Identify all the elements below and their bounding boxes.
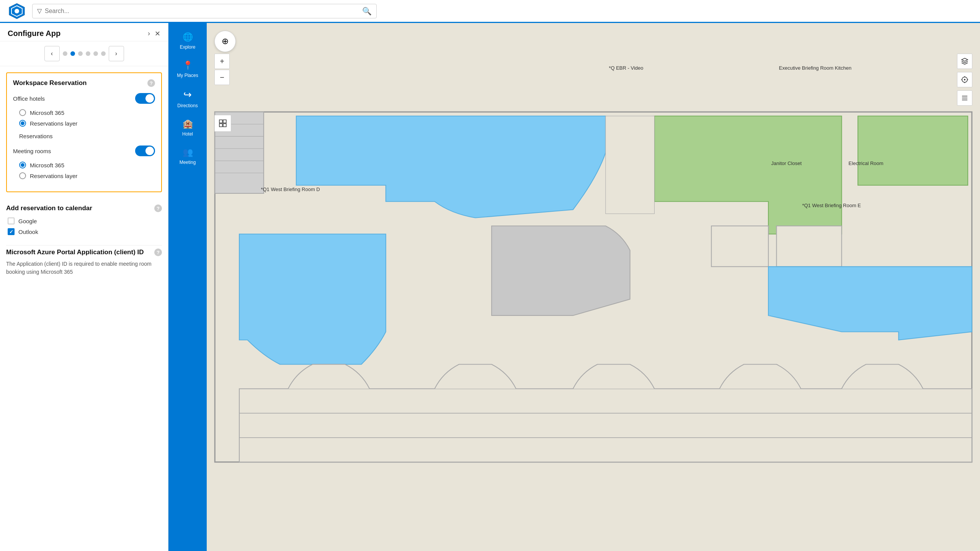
zoom-out-button[interactable]: − [214,70,230,85]
office-hotels-radio-m365[interactable]: Microsoft 365 [19,109,155,116]
workspace-reservation-section: Workspace Reservation ? Office hotels Mi… [6,72,162,192]
main-layout: Configure App › ✕ ‹ › Workspace Reservat… [0,23,980,551]
meeting-rooms-reservations-circle [19,172,26,179]
zoom-in-button[interactable]: + [214,54,230,69]
map-area: ⊕ + − [207,23,980,551]
meeting-rooms-radio-group: Microsoft 365 Reservations layer [19,162,155,179]
compass[interactable]: ⊕ [214,31,236,52]
pagination: ‹ › [0,41,168,66]
page-dot-3[interactable] [78,51,83,56]
sidebar-item-directions[interactable]: ↪ Directions [168,83,207,114]
page-dot-6[interactable] [101,51,106,56]
configure-panel: Configure App › ✕ ‹ › Workspace Reservat… [0,23,168,551]
configure-header-icons: › ✕ [148,29,160,38]
app-logo [8,2,26,20]
office-hotels-radio-reservations[interactable]: Reservations layer [19,120,155,127]
next-page-button[interactable]: › [109,46,124,61]
layers-button[interactable] [957,54,972,69]
page-dot-2[interactable] [70,51,75,56]
directions-icon: ↪ [183,89,192,101]
workspace-title-text: Workspace Reservation [13,79,87,87]
svg-rect-14 [239,389,972,462]
office-hotels-m365-label: Microsoft 365 [30,110,64,116]
add-reservation-title: Add reservation to calendar [6,204,92,212]
add-reservation-header: Add reservation to calendar ? [6,204,162,212]
add-reservation-section: Add reservation to calendar ? Google Out… [6,198,162,239]
office-hotels-reservations-label: Reservations layer [30,120,77,127]
hotel-icon: 🏨 [183,119,193,129]
svg-rect-12 [711,226,768,267]
floor-plan-svg [207,23,980,551]
svg-rect-19 [219,124,222,127]
directions-label: Directions [177,103,198,108]
page-dots [63,51,106,56]
left-nav: 🌐 Explore 📍 My Places ↪ Directions 🏨 Hot… [168,23,207,551]
meeting-rooms-m365-label: Microsoft 365 [30,162,64,168]
office-hotels-toggle-row: Office hotels [13,93,155,104]
outlook-checkbox-row[interactable]: Outlook [8,228,162,235]
sidebar-item-my-places[interactable]: 📍 My Places [168,55,207,83]
azure-description: The Application (client) ID is required … [6,260,162,276]
meeting-rooms-toggle[interactable] [135,146,155,156]
office-hotels-m365-circle [19,109,26,116]
azure-section: Microsoft Azure Portal Application (clie… [6,245,162,276]
top-bar: ▽ 🔍 [0,0,980,23]
azure-help-icon[interactable]: ? [154,249,162,256]
my-places-icon: 📍 [183,60,193,70]
search-filter-icon: ▽ [37,7,42,15]
explore-icon: 🌐 [183,32,193,42]
page-dot-1[interactable] [63,51,67,56]
svg-rect-13 [776,226,841,267]
google-label: Google [18,218,37,224]
add-reservation-help-icon[interactable]: ? [154,204,162,212]
sidebar-item-explore[interactable]: 🌐 Explore [168,27,207,55]
svg-rect-17 [219,120,222,123]
forward-icon[interactable]: › [148,29,150,38]
sidebar-item-meeting[interactable]: 👥 Meeting [168,142,207,170]
prev-page-button[interactable]: ‹ [44,46,60,61]
page-dot-4[interactable] [86,51,90,56]
azure-title: Microsoft Azure Portal Application (clie… [6,249,162,256]
svg-point-2 [15,9,19,13]
map-side-controls [957,54,972,106]
meeting-rooms-radio-reservations[interactable]: Reservations layer [19,172,155,179]
workspace-section-title: Workspace Reservation ? [13,79,155,87]
meeting-icon: 👥 [183,147,193,157]
svg-point-22 [964,79,965,80]
search-button[interactable]: 🔍 [362,7,372,16]
meeting-rooms-radio-m365[interactable]: Microsoft 365 [19,162,155,168]
svg-rect-11 [606,116,655,214]
outlook-label: Outlook [18,229,38,235]
meeting-rooms-label: Meeting rooms [13,148,51,154]
meeting-label: Meeting [180,160,196,165]
map-controls: + − [214,54,230,85]
floor-controls [214,115,231,132]
office-hotels-radio-group: Microsoft 365 Reservations layer [19,109,155,127]
google-checkbox-row[interactable]: Google [8,217,162,224]
list-button[interactable] [957,90,972,106]
azure-title-text: Microsoft Azure Portal Application (clie… [6,249,144,256]
meeting-rooms-reservations-label: Reservations layer [30,173,77,179]
my-places-label: My Places [177,73,198,78]
office-hotels-reservations-circle [19,120,26,127]
office-hotels-label: Office hotels [13,95,45,102]
configure-title: Configure App [8,29,60,38]
sidebar-item-hotel[interactable]: 🏨 Hotel [168,114,207,142]
google-checkbox[interactable] [8,217,15,224]
explore-label: Explore [180,44,196,50]
location-button[interactable] [957,72,972,87]
grid-view-button[interactable] [214,115,231,132]
outlook-checkbox[interactable] [8,228,15,235]
search-input[interactable] [45,8,362,15]
workspace-help-icon[interactable]: ? [147,79,155,87]
meeting-rooms-toggle-row: Meeting rooms [13,146,155,156]
reservations-indent-label: Reservations [19,133,155,139]
configure-header: Configure App › ✕ [0,23,168,41]
close-icon[interactable]: ✕ [155,29,160,38]
svg-rect-20 [223,124,226,127]
office-hotels-toggle[interactable] [135,93,155,104]
page-dot-5[interactable] [93,51,98,56]
search-container: ▽ 🔍 [32,4,377,18]
hotel-label: Hotel [182,131,193,137]
svg-rect-18 [223,120,226,123]
